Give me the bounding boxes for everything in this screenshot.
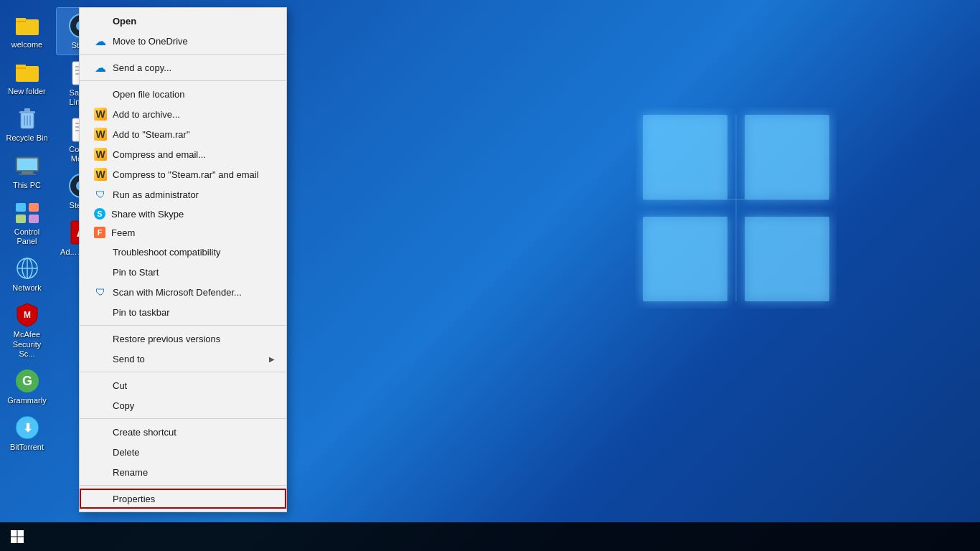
ctx-restore-versions[interactable]: Restore previous versions bbox=[80, 329, 286, 349]
ctx-copy-icon bbox=[94, 399, 107, 412]
ctx-run-admin[interactable]: 🛡 Run as administrator bbox=[80, 184, 286, 204]
recycle-bin-icon bbox=[14, 105, 41, 132]
ctx-send-copy-icon: ☁ bbox=[94, 61, 107, 74]
ctx-run-admin-icon: 🛡 bbox=[94, 188, 107, 201]
desktop-icon-new-folder[interactable]: New folder bbox=[2, 54, 52, 100]
ctx-share-skype[interactable]: S Share with Skype bbox=[80, 204, 286, 223]
desktop-icon-welcome[interactable]: welcome bbox=[2, 7, 52, 54]
ctx-feem[interactable]: F Feem bbox=[80, 223, 286, 242]
ctx-open-icon bbox=[94, 14, 107, 27]
desktop-icon-grammarly[interactable]: G Grammarly bbox=[2, 363, 52, 410]
ctx-create-shortcut[interactable]: Create shortcut bbox=[80, 422, 286, 442]
ctx-restore-versions-label: Restore previous versions bbox=[113, 334, 220, 344]
ctx-properties[interactable]: Properties bbox=[80, 489, 286, 509]
ctx-add-archive-label: Add to archive... bbox=[113, 109, 180, 120]
network-label: Network bbox=[5, 283, 50, 293]
desktop-icon-bittorrent[interactable]: ⬇ BitTorrent bbox=[2, 410, 52, 456]
ctx-run-admin-label: Run as administrator bbox=[113, 189, 199, 200]
svg-rect-51 bbox=[11, 530, 17, 537]
network-icon bbox=[14, 255, 41, 282]
svg-rect-1 bbox=[745, 115, 829, 199]
svg-rect-25 bbox=[29, 215, 39, 223]
ctx-compress-steam-email[interactable]: W Compress to "Steam.rar" and email bbox=[80, 164, 286, 184]
ctx-compress-email-icon: W bbox=[94, 148, 107, 161]
ctx-open-location[interactable]: Open file location bbox=[80, 84, 286, 104]
ctx-separator-3 bbox=[80, 325, 286, 326]
ctx-rename[interactable]: Rename bbox=[80, 462, 286, 482]
ctx-cut[interactable]: Cut bbox=[80, 375, 286, 395]
ctx-send-copy-label: Send a copy... bbox=[113, 62, 171, 73]
ctx-create-shortcut-label: Create shortcut bbox=[113, 427, 176, 438]
svg-rect-19 bbox=[17, 159, 37, 170]
ctx-send-to[interactable]: Send to ▶ bbox=[80, 349, 286, 369]
ctx-pin-taskbar[interactable]: Pin to taskbar bbox=[80, 302, 286, 322]
desktop-icon-network[interactable]: Network bbox=[2, 250, 52, 297]
ctx-pin-start[interactable]: Pin to Start bbox=[80, 262, 286, 282]
ctx-delete-icon bbox=[94, 446, 107, 458]
ctx-separator-1 bbox=[80, 54, 286, 55]
grammarly-label: Grammarly bbox=[5, 396, 50, 405]
ctx-rename-icon bbox=[94, 466, 107, 479]
svg-rect-23 bbox=[29, 203, 39, 212]
ctx-open[interactable]: Open bbox=[80, 11, 286, 31]
ctx-add-steam-rar-icon: W bbox=[94, 128, 107, 141]
desktop-icon-recycle-bin[interactable]: Recycle Bin bbox=[2, 100, 52, 147]
svg-rect-14 bbox=[24, 108, 30, 112]
desktop-icon-control-panel[interactable]: Control Panel bbox=[2, 194, 52, 250]
ctx-feem-icon: F bbox=[94, 227, 105, 238]
svg-rect-8 bbox=[16, 18, 26, 21]
svg-rect-11 bbox=[16, 65, 26, 67]
ctx-compress-email[interactable]: W Compress and email... bbox=[80, 144, 286, 164]
ctx-move-onedrive[interactable]: ☁ Move to OneDrive bbox=[80, 31, 286, 51]
mcafee-icon: M bbox=[14, 301, 41, 329]
ctx-add-archive[interactable]: W Add to archive... bbox=[80, 104, 286, 124]
this-pc-label: This PC bbox=[5, 181, 50, 190]
windows-logo bbox=[636, 108, 837, 309]
desktop: welcome New folder Recycle Bin bbox=[0, 0, 980, 551]
ctx-send-to-arrow: ▶ bbox=[269, 355, 275, 363]
desktop-icon-mcafee[interactable]: M McAfee Security Sc... bbox=[2, 297, 52, 363]
ctx-create-shortcut-icon bbox=[94, 425, 107, 438]
ctx-add-steam-rar-label: Add to "Steam.rar" bbox=[113, 129, 190, 140]
desktop-icons-column1: welcome New folder Recycle Bin bbox=[0, 0, 54, 456]
ctx-skype-icon: S bbox=[94, 208, 105, 220]
ctx-open-location-icon bbox=[94, 88, 107, 100]
ctx-feem-label: Feem bbox=[111, 227, 135, 238]
ctx-properties-label: Properties bbox=[113, 494, 155, 504]
ctx-add-steam-rar[interactable]: W Add to "Steam.rar" bbox=[80, 124, 286, 144]
bittorrent-icon: ⬇ bbox=[14, 414, 41, 441]
ctx-open-location-label: Open file location bbox=[113, 89, 184, 100]
ctx-pin-start-label: Pin to Start bbox=[113, 267, 159, 278]
context-menu: Open ☁ Move to OneDrive ☁ Send a copy...… bbox=[79, 7, 287, 512]
svg-rect-20 bbox=[22, 171, 33, 174]
ctx-send-to-icon bbox=[94, 352, 107, 365]
ctx-separator-5 bbox=[80, 418, 286, 419]
ctx-delete[interactable]: Delete bbox=[80, 442, 286, 462]
mcafee-label: McAfee Security Sc... bbox=[5, 330, 50, 359]
ctx-scan-defender[interactable]: 🛡 Scan with Microsoft Defender... bbox=[80, 282, 286, 302]
ctx-delete-label: Delete bbox=[113, 447, 140, 458]
start-button[interactable] bbox=[0, 522, 34, 551]
svg-text:M: M bbox=[24, 310, 31, 320]
new-folder-label: New folder bbox=[5, 87, 50, 96]
ctx-compress-email-label: Compress and email... bbox=[113, 149, 206, 160]
ctx-defender-icon: 🛡 bbox=[94, 286, 107, 298]
ctx-rename-label: Rename bbox=[113, 467, 148, 478]
welcome-label: welcome bbox=[5, 40, 50, 50]
desktop-icon-this-pc[interactable]: This PC bbox=[2, 148, 52, 194]
new-folder-icon bbox=[14, 58, 41, 85]
ctx-copy[interactable]: Copy bbox=[80, 395, 286, 415]
ctx-cut-icon bbox=[94, 379, 107, 392]
ctx-troubleshoot[interactable]: Troubleshoot compatibility bbox=[80, 242, 286, 262]
grammarly-icon: G bbox=[14, 367, 41, 395]
ctx-compress-steam-email-label: Compress to "Steam.rar" and email bbox=[113, 169, 259, 180]
welcome-icon bbox=[14, 11, 41, 39]
ctx-copy-label: Copy bbox=[113, 400, 134, 411]
svg-rect-52 bbox=[18, 530, 24, 537]
ctx-send-copy[interactable]: ☁ Send a copy... bbox=[80, 57, 286, 77]
svg-rect-0 bbox=[643, 115, 727, 199]
ctx-properties-icon bbox=[94, 492, 107, 505]
bittorrent-label: BitTorrent bbox=[5, 443, 50, 452]
ctx-separator-4 bbox=[80, 372, 286, 372]
svg-rect-21 bbox=[19, 174, 36, 175]
